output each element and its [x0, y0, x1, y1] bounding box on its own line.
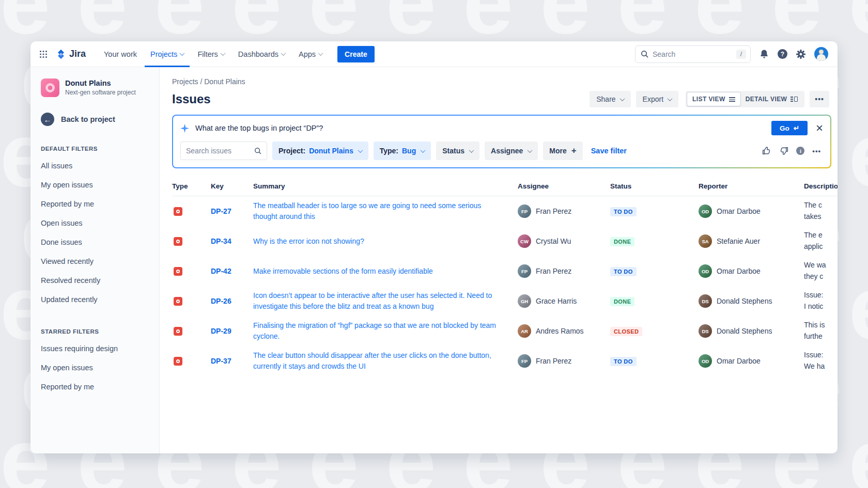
filter-chip-more[interactable]: More + — [543, 141, 582, 160]
info-icon[interactable]: i — [796, 147, 804, 155]
help-button[interactable]: ? — [778, 49, 787, 59]
sidebar-item-issues-requiring-design[interactable]: Issues requiring design — [30, 339, 159, 358]
jira-wordmark: Jira — [69, 49, 86, 59]
reporter-avatar[interactable]: DS — [699, 324, 712, 338]
bug-type-icon[interactable] — [174, 327, 182, 336]
close-icon[interactable]: × — [816, 122, 823, 134]
topnav-right-cluster: / ? — [635, 45, 828, 63]
ai-query-text[interactable]: What are the top bugs in project “DP”? — [195, 124, 323, 132]
ai-query-panel: What are the top bugs in project “DP”? G… — [172, 115, 831, 168]
assignee-avatar[interactable]: GH — [518, 294, 531, 308]
go-button[interactable]: Go ↵ — [771, 121, 808, 135]
sidebar-item-all-issues[interactable]: All issues — [30, 156, 159, 175]
thumbs-up-icon[interactable] — [762, 146, 771, 155]
issue-search[interactable] — [180, 141, 267, 160]
export-button[interactable]: Export — [636, 91, 678, 107]
sidebar-item-resolved-recently[interactable]: Resolved recently — [30, 271, 159, 290]
sidebar-item-reported-by-me[interactable]: Reported by me — [30, 377, 159, 396]
reporter-avatar[interactable]: SA — [699, 234, 712, 248]
issue-summary-link[interactable]: Why is the error icon not showing? — [253, 236, 518, 247]
description-line1: The e — [804, 230, 838, 241]
thumbs-down-icon[interactable] — [779, 146, 788, 155]
global-search[interactable]: / — [635, 45, 751, 63]
issue-row: DP-34 Why is the error icon not showing?… — [172, 226, 838, 256]
bug-type-icon[interactable] — [174, 297, 182, 306]
nav-item-projects[interactable]: Projects — [145, 41, 190, 67]
list-view-button[interactable]: LIST VIEW — [687, 92, 740, 106]
issue-key-link[interactable]: DP-27 — [211, 207, 253, 215]
notifications-button[interactable] — [759, 49, 769, 59]
bug-type-icon[interactable] — [174, 357, 182, 366]
jira-logo[interactable]: Jira — [55, 49, 86, 60]
global-search-input[interactable] — [653, 50, 732, 58]
filter-chip-assignee[interactable]: Assignee — [485, 141, 538, 160]
sidebar-item-reported-by-me[interactable]: Reported by me — [30, 194, 159, 213]
filter-chip-status[interactable]: Status — [436, 141, 479, 160]
issue-summary-link[interactable]: The meatball header is too large so we a… — [253, 200, 518, 222]
reporter-cell: OD Omar Darboe — [699, 354, 804, 368]
issue-summary-link[interactable]: Finalising the migration of “hgf” packag… — [253, 320, 518, 342]
description-cell: This is furthe — [804, 320, 838, 342]
app-switcher-icon[interactable] — [40, 51, 47, 58]
reporter-avatar[interactable]: OD — [699, 204, 712, 218]
create-button[interactable]: Create — [337, 46, 375, 62]
issue-row: DP-42 Make irremovable sections of the f… — [172, 256, 838, 286]
issue-key-link[interactable]: DP-29 — [211, 327, 253, 335]
bug-type-icon[interactable] — [174, 237, 182, 246]
page-more-button[interactable]: ••• — [810, 91, 829, 107]
assignee-avatar[interactable]: CW — [518, 234, 531, 248]
assignee-avatar[interactable]: AR — [518, 324, 531, 338]
assignee-avatar[interactable]: FP — [518, 264, 531, 278]
reporter-avatar[interactable]: DS — [699, 294, 712, 308]
detail-view-button[interactable]: DETAIL VIEW — [740, 92, 803, 106]
nav-item-dashboards[interactable]: Dashboards — [233, 41, 291, 67]
plus-icon: + — [571, 146, 577, 156]
reporter-cell: DS Donald Stephens — [699, 294, 804, 308]
nav-item-apps[interactable]: Apps — [293, 41, 328, 67]
issue-summary-link[interactable]: The clear button should disappear after … — [253, 350, 518, 372]
filter-chip-type[interactable]: Type: Bug — [374, 141, 431, 160]
settings-button[interactable] — [796, 49, 806, 59]
filter-more-button[interactable]: ••• — [812, 147, 821, 155]
reporter-avatar[interactable]: OD — [699, 354, 712, 368]
reporter-name: Stefanie Auer — [717, 237, 760, 245]
status-badge[interactable]: TO DO — [610, 267, 637, 276]
status-badge[interactable]: TO DO — [610, 207, 637, 216]
filter-chip-project[interactable]: Project: Donut Plains — [272, 141, 368, 160]
reporter-cell: OD Omar Darboe — [699, 264, 804, 278]
sidebar-item-my-open-issues[interactable]: My open issues — [30, 175, 159, 194]
sidebar-item-viewed-recently[interactable]: Viewed recently — [30, 251, 159, 271]
assignee-name: Grace Harris — [536, 297, 577, 305]
description-cell: We wa they c — [804, 260, 838, 282]
user-avatar[interactable] — [814, 47, 828, 61]
issue-key-link[interactable]: DP-42 — [211, 267, 253, 275]
bug-type-icon[interactable] — [174, 207, 182, 216]
assignee-avatar[interactable]: FP — [518, 204, 531, 218]
description-line2: We ha — [804, 361, 838, 372]
issue-summary-link[interactable]: Icon doesn’t appear to be interactive af… — [253, 290, 518, 312]
save-filter-button[interactable]: Save filter — [591, 147, 627, 155]
issue-key-link[interactable]: DP-37 — [211, 357, 253, 365]
issue-key-link[interactable]: DP-34 — [211, 237, 253, 245]
sidebar-item-updated-recently[interactable]: Updated recently — [30, 290, 159, 309]
reporter-cell: OD Omar Darboe — [699, 204, 804, 218]
issue-summary-link[interactable]: Make irremovable sections of the form ea… — [253, 266, 518, 277]
reporter-cell: DS Donald Stephens — [699, 324, 804, 338]
assignee-avatar[interactable]: FP — [518, 354, 531, 368]
issue-search-input[interactable] — [186, 147, 251, 155]
sidebar-item-open-issues[interactable]: Open issues — [30, 213, 159, 232]
breadcrumb[interactable]: Projects / Donut Plains — [172, 77, 838, 86]
sidebar-item-my-open-issues[interactable]: My open issues — [30, 358, 159, 377]
status-badge[interactable]: TO DO — [610, 357, 637, 366]
nav-item-filters[interactable]: Filters — [192, 41, 230, 67]
share-button[interactable]: Share — [590, 91, 630, 107]
back-to-project[interactable]: ← Back to project — [30, 113, 159, 126]
issue-key-link[interactable]: DP-26 — [211, 297, 253, 305]
bug-type-icon[interactable] — [174, 267, 182, 276]
status-badge[interactable]: DONE — [610, 237, 634, 246]
sidebar-item-done-issues[interactable]: Done issues — [30, 232, 159, 251]
status-badge[interactable]: CLOSED — [610, 327, 642, 336]
nav-item-your-work[interactable]: Your work — [98, 41, 143, 67]
status-badge[interactable]: DONE — [610, 297, 634, 306]
reporter-avatar[interactable]: OD — [699, 264, 712, 278]
